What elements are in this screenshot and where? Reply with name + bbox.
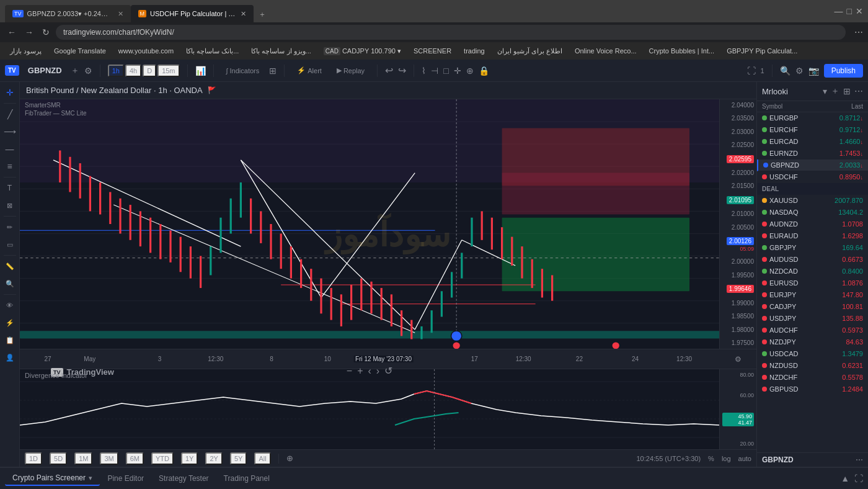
chart-type-selector[interactable]: 📊 [195,66,206,76]
wl-item-nzdjpy[interactable]: NZDJPY 84.63 [757,336,868,348]
wl-item-usdchf[interactable]: USDCHF 0.8950↓ [757,171,868,183]
new-tab-button[interactable]: ＋ [254,9,271,22]
anchored-text-tool[interactable]: ⊠ [1,197,19,213]
scroll-left-icon[interactable]: ‹ [368,366,371,377]
bookmark-4[interactable]: بانک ساساچه باکا... [181,46,244,56]
watchlist-tool[interactable]: 📋 [1,332,19,348]
period-5y[interactable]: 5Y [230,452,247,465]
scroll-right-icon[interactable]: › [376,366,379,377]
panel-collapse-icon[interactable]: ▲ [841,473,849,483]
browser-tab-1[interactable]: TV GBPNZD 2.0033▾ +0.24%+4 ✕ [5,5,131,22]
wl-item-eurcad[interactable]: EURCAD 1.4660↓ [757,136,868,148]
compare-icon[interactable]: ⊕ [286,454,293,463]
browser-maximize[interactable]: □ [847,6,852,16]
bookmark-1[interactable]: پرسود بازار [5,46,46,56]
tab-strategy-tester[interactable]: Strategy Tester [151,472,216,485]
publish-button[interactable]: Publish [824,64,863,78]
alert-button[interactable]: ⚡ Alert [292,65,327,76]
parallel-channel-tool[interactable]: ≡ [1,158,19,174]
period-ytd[interactable]: YTD [151,452,174,465]
screenshot-icon[interactable]: 📷 [808,66,819,76]
bookmark-2[interactable]: Google Translate [49,46,111,56]
horizontal-line-tool[interactable]: — [1,141,19,157]
symbol-flag[interactable]: 🚩 [208,86,216,94]
brush-tool[interactable]: ✏ [1,219,19,235]
nav-back[interactable]: ← [5,26,19,38]
browser-tab-2[interactable]: M USDCHF Pip Calculator | Myfxbo... ✕ [131,5,254,22]
zoom-tool[interactable]: 🔍 [1,276,19,292]
wl-item-nzdusd[interactable]: NZDUSD 0.6231 [757,360,868,372]
bookmark-11[interactable]: Crypto Bubbles | Int... [644,46,720,56]
bookmark-8[interactable]: trading [459,46,490,56]
wl-item-eurusd[interactable]: EURUSD 1.0876 [757,277,868,289]
magnet-icon[interactable]: ⊕ [466,66,474,76]
alert-tool[interactable]: ⚡ [1,315,19,331]
watchlist-more-icon[interactable]: ⋯ [854,86,863,96]
tab-close-1[interactable]: ✕ [118,10,123,18]
wl-item-audusd[interactable]: AUDUSD 0.6673 [757,254,868,266]
watchlist-layout-icon[interactable]: ⊞ [843,86,851,96]
wl-item-audchf[interactable]: AUDCHF 0.5973 [757,325,868,336]
symbol-selector[interactable]: GBPNZD [24,65,66,76]
bookmark-10[interactable]: Online Voice Reco... [570,46,642,56]
watchlist-add-icon[interactable]: ＋ [831,86,839,97]
time-scale-settings[interactable]: ⚙ [719,349,756,369]
wl-item-gbpnzd[interactable]: GBPNZD 2.0033↓ [757,159,868,171]
period-3m[interactable]: 3M [100,452,118,465]
wl-item-gbpjpy[interactable]: GBPJPY 169.64 [757,242,868,254]
nav-refresh[interactable]: ↻ [40,26,52,38]
ray-tool[interactable]: ⟶ [1,123,19,140]
replay-button[interactable]: ▶ Replay [332,65,370,76]
bookmark-7[interactable]: SCREENER [409,46,456,56]
crosshair-icon[interactable]: ✛ [454,66,461,76]
tf-4h[interactable]: 4h [125,65,141,77]
draw-line-icon[interactable]: ⌇ [422,66,426,76]
wl-item-usdjpy[interactable]: USDJPY 135.88 [757,313,868,325]
bookmark-5[interactable]: ویزو از ساساچه باکا... [246,46,316,56]
main-chart[interactable]: SmarterSMR FibTrader — SMC Lite [20,99,756,349]
browser-close[interactable]: ✕ [856,6,863,16]
tab-trading-panel[interactable]: Trading Panel [216,472,277,485]
wl-item-usdcad[interactable]: USDCAD 1.3479 [757,348,868,360]
wl-item-nzdchf[interactable]: NZDCHF 0.5578 [757,372,868,384]
period-6m[interactable]: 6M [126,452,144,465]
wl-item-eurjpy[interactable]: EURJPY 147.80 [757,289,868,301]
tab-pine-editor[interactable]: Pine Editor [100,472,151,485]
eye-tool[interactable]: 👁 [1,297,19,313]
period-5d[interactable]: 5D [50,452,67,465]
period-all[interactable]: All [254,452,270,465]
redo-icon[interactable]: ↪ [398,65,406,76]
wl-item-eurgbp[interactable]: EURGBP 0.8712↓ [757,112,868,124]
indicators-button[interactable]: ∫ Indicators [221,66,265,76]
wl-item-euraud[interactable]: EURAUD 1.6298 [757,230,868,242]
period-1y[interactable]: 1Y [181,452,198,465]
settings-icon[interactable]: ⚙ [795,66,804,76]
bookmark-12[interactable]: GBPJPY Pip Calculat... [722,46,802,56]
zoom-in-icon[interactable]: + [357,366,363,377]
period-1d[interactable]: 1D [25,452,42,465]
wl-item-eurchf[interactable]: EURCHF 0.9712↓ [757,124,868,136]
wl-item-eurnzd[interactable]: EURNZD 1.7453↓ [757,148,868,159]
zoom-out-icon[interactable]: − [347,366,352,377]
url-bar[interactable] [56,25,846,40]
tab-crypto-screener[interactable]: Crypto Pairs Screener ▾ [5,471,100,486]
panel-expand-icon[interactable]: ⛶ [854,473,863,483]
person-icon[interactable]: 👤 [1,349,19,366]
text-tool[interactable]: T [1,180,19,196]
screener-dropdown-icon[interactable]: ▾ [89,474,92,482]
trend-line-tool[interactable]: ╱ [1,106,19,122]
tf-d[interactable]: D [143,65,156,77]
chart-settings-icon[interactable]: ⚙ [84,66,92,76]
browser-minimize[interactable]: — [835,6,843,16]
bookmark-3[interactable]: www.youtube.com [113,46,179,56]
search-icon[interactable]: 🔍 [780,66,790,76]
period-1m[interactable]: 1M [74,452,92,465]
rectangle-icon[interactable]: □ [443,66,448,76]
wl-item-audnzd[interactable]: AUDNZD 1.0708 [757,218,868,230]
watchlist-footer-more[interactable]: ⋯ [856,455,863,464]
bookmark-6[interactable]: CADCADJPY 100.790 ▾ [319,46,406,56]
horizontal-ray-icon[interactable]: ⊣ [431,66,438,76]
cursor-tool[interactable]: ✛ [1,84,19,101]
templates-icon[interactable]: ⊞ [269,66,277,76]
tf-1h[interactable]: 1h [108,65,124,77]
